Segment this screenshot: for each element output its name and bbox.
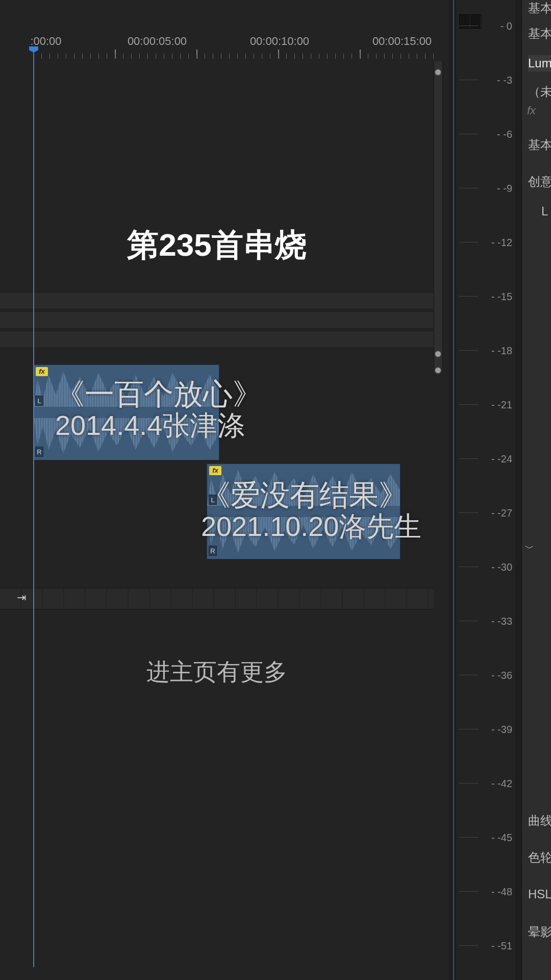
ruler-ticks <box>33 50 434 59</box>
ruler-timecode: 00:00:05:00 <box>128 35 187 48</box>
meter-tick: - -27 <box>482 507 512 519</box>
channel-label-r: R <box>35 447 43 457</box>
video-track-row[interactable] <box>0 331 434 348</box>
effects-panel-item[interactable]: 曲线 <box>528 813 551 829</box>
timeline-ruler[interactable]: :00:0000:00:05:0000:00:10:0000:00:15:00 <box>0 32 434 60</box>
effects-panel-item[interactable]: Lum <box>528 55 551 71</box>
snap-icon[interactable]: ⇥ <box>14 591 29 605</box>
effects-panel-item[interactable]: L <box>541 204 548 218</box>
effects-panel-item[interactable]: 色轮 <box>528 849 551 866</box>
meter-tick: - -36 <box>482 670 512 681</box>
fx-icon: fx <box>527 104 536 117</box>
overlay-title: 第235首串烧 <box>0 224 434 266</box>
meter-tick: - -15 <box>482 291 512 303</box>
effects-panel-item[interactable]: （未 <box>528 84 551 100</box>
timeline-scrollbar[interactable] <box>434 61 443 368</box>
overlay-song-2: 《爱没有结果》 2021.10.20洛先生 <box>201 479 421 542</box>
timeline-panel: :00:0000:00:05:0000:00:10:0000:00:15:00 … <box>0 0 449 980</box>
effects-panel: 基本基本Lum（未基本创意L曲线色轮HSL晕影fx﹀ <box>521 0 551 980</box>
meter-tick: - 0 <box>482 20 512 32</box>
meter-tick: - -21 <box>482 399 512 411</box>
meter-tick: - -42 <box>482 778 512 790</box>
meter-tick: - -39 <box>482 724 512 736</box>
meter-tick: - -33 <box>482 616 512 627</box>
keyframe-marker[interactable] <box>434 350 442 358</box>
channel-label-r: R <box>209 546 217 556</box>
meter-well <box>459 14 482 29</box>
song1-title: 《一百个放心》 <box>55 378 262 410</box>
video-track-row[interactable] <box>0 311 434 329</box>
panel-divider[interactable] <box>453 0 454 980</box>
video-tracks <box>0 292 434 348</box>
meter-tick: - -12 <box>482 237 512 249</box>
chevron-down-icon[interactable]: ﹀ <box>525 542 534 554</box>
effects-panel-item[interactable]: 基本 <box>528 137 551 153</box>
song2-sub: 2021.10.20洛先生 <box>201 511 421 542</box>
keyframe-marker[interactable] <box>434 366 442 374</box>
meter-tick: - -45 <box>482 832 512 844</box>
meter-tick: - -6 <box>482 129 512 140</box>
meter-tick: - -18 <box>482 345 512 357</box>
ruler-timecode: :00:00 <box>30 35 61 48</box>
meter-tick: - -30 <box>482 561 512 573</box>
effects-panel-item[interactable]: 创意 <box>528 174 551 190</box>
effects-panel-item[interactable]: HSL <box>528 887 551 901</box>
fx-badge-icon: fx <box>36 367 48 376</box>
effects-panel-item[interactable]: 基本 <box>528 0 551 16</box>
fx-badge-icon: fx <box>209 466 221 475</box>
ruler-timecode: 00:00:10:00 <box>250 35 309 48</box>
song2-title: 《爱没有结果》 <box>201 479 421 511</box>
meter-tick: - -51 <box>482 940 512 952</box>
meter-tick: - -3 <box>482 75 512 86</box>
ruler-timecode: 00:00:15:00 <box>372 35 432 48</box>
overlay-footer: 进主页有更多 <box>0 656 434 688</box>
meter-tick: - -48 <box>482 886 512 898</box>
overlay-song-1: 《一百个放心》 2014.4.4张津涤 <box>55 378 262 440</box>
meter-tick: - -9 <box>482 183 512 194</box>
effects-panel-item[interactable]: 基本 <box>528 26 551 42</box>
video-track-row[interactable] <box>0 292 434 309</box>
song1-sub: 2014.4.4张津涤 <box>55 410 262 440</box>
playhead[interactable] <box>33 48 34 967</box>
channel-label-l: L <box>35 396 43 406</box>
audio-track-empty[interactable] <box>0 588 434 609</box>
effects-panel-item[interactable]: 晕影 <box>528 924 551 940</box>
audio-meter-panel: - 0- -3- -6- -9- -12- -15- -18- -21- -24… <box>456 0 515 980</box>
meter-tick: - -24 <box>482 453 512 465</box>
keyframe-marker[interactable] <box>434 68 442 76</box>
